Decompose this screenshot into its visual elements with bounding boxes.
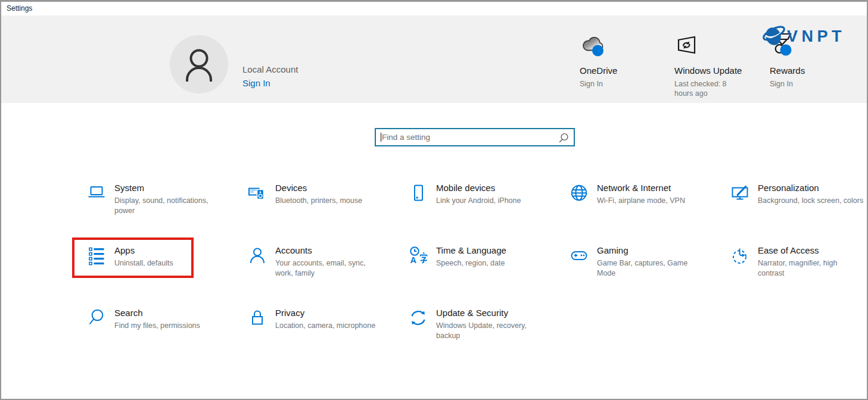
tile-title: Accounts (275, 245, 366, 256)
tile-system[interactable]: System Display, sound, notifications, po… (86, 182, 247, 245)
search-icon (558, 132, 570, 144)
windows-update-tile[interactable]: Windows Update Last checked: 8 hours ago (674, 32, 758, 98)
vnpt-logo: VNPT (761, 19, 857, 50)
devices-keyboard-icon (247, 183, 267, 203)
tile-subtitle: Display, sound, notifications, power (114, 196, 209, 215)
tile-time-language[interactable]: A Time & Language Speech, region, date (408, 245, 569, 307)
tile-subtitle: Speech, region, date (436, 258, 506, 268)
tile-title: Gaming (597, 245, 687, 256)
accounts-person-icon (247, 245, 267, 265)
personalization-monitor-icon (730, 183, 750, 203)
tile-subtitle: Background, lock screen, colors (758, 196, 863, 206)
tile-network-internet[interactable]: Network & Internet Wi-Fi, airplane mode,… (569, 182, 730, 245)
update-security-icon (408, 308, 428, 328)
tile-accounts[interactable]: Accounts Your accounts, email, sync, wor… (247, 245, 408, 307)
rewards-status: Sign In (770, 79, 853, 89)
tile-subtitle: Your accounts, email, sync, work, family (275, 258, 366, 278)
tile-mobile-devices[interactable]: Mobile devices Link your Android, iPhone (408, 182, 569, 245)
network-globe-icon (569, 183, 589, 203)
tile-privacy[interactable]: Privacy Location, camera, microphone (247, 307, 408, 370)
onedrive-label: OneDrive (580, 65, 663, 76)
vnpt-logo-text: VNPT (787, 27, 845, 45)
title-bar: Settings (1, 2, 867, 15)
system-laptop-icon (86, 183, 107, 203)
search-box[interactable] (375, 128, 575, 146)
tile-title: Mobile devices (436, 182, 521, 193)
tile-subtitle: Uninstall, defaults (114, 258, 173, 268)
tile-update-security[interactable]: Update & Security Windows Update, recove… (408, 307, 569, 370)
time-language-icon: A (408, 245, 428, 265)
tile-subtitle: Game Bar, captures, Game Mode (597, 258, 687, 278)
tile-title: Ease of Access (758, 245, 837, 256)
account-name: Local Account (242, 64, 298, 74)
tile-devices[interactable]: Devices Bluetooth, printers, mouse (247, 182, 408, 245)
tile-personalization[interactable]: Personalization Background, lock screen,… (730, 182, 868, 245)
tile-gaming[interactable]: Gaming Game Bar, captures, Game Mode (569, 245, 730, 307)
search-magnifier-icon (86, 308, 107, 328)
avatar[interactable] (170, 35, 228, 93)
account-sign-in-link[interactable]: Sign In (242, 78, 298, 88)
onedrive-status: Sign In (580, 79, 663, 89)
windows-update-label: Windows Update (674, 65, 758, 76)
tile-subtitle: Location, camera, microphone (275, 321, 375, 331)
tile-title: Time & Language (436, 245, 506, 256)
header-panel: Local Account Sign In OneDrive Sign In (1, 15, 867, 103)
mobile-phone-icon (408, 183, 428, 203)
text-cursor (381, 133, 381, 142)
tile-title: Devices (275, 182, 362, 193)
onedrive-tile[interactable]: OneDrive Sign In (580, 32, 663, 89)
tile-title: System (114, 182, 209, 193)
tile-subtitle: Link your Android, iPhone (436, 196, 521, 206)
onedrive-cloud-icon (580, 34, 608, 58)
gaming-controller-icon (569, 245, 589, 265)
tile-title: Privacy (275, 307, 375, 318)
tile-title: Apps (114, 245, 173, 256)
settings-category-grid: System Display, sound, notifications, po… (86, 182, 868, 370)
tile-apps[interactable]: Apps Uninstall, defaults (86, 245, 247, 307)
window-title: Settings (7, 4, 32, 12)
tile-ease-of-access[interactable]: Ease of Access Narrator, magnifier, high… (730, 245, 868, 307)
rewards-label: Rewards (770, 65, 853, 76)
tile-title: Search (114, 307, 200, 318)
tile-title: Network & Internet (597, 182, 685, 193)
search-input[interactable] (376, 129, 574, 145)
apps-list-icon (86, 245, 107, 265)
tile-title: Personalization (758, 182, 863, 193)
settings-window: Settings Local Account Sign In (0, 0, 868, 400)
user-avatar-icon (170, 36, 228, 93)
tile-title: Update & Security (436, 307, 527, 318)
tile-subtitle: Find my files, permissions (114, 321, 200, 331)
tile-subtitle: Bluetooth, printers, mouse (275, 196, 362, 206)
ease-of-access-icon (730, 245, 750, 265)
svg-text:A: A (410, 255, 417, 265)
account-block: Local Account Sign In (242, 64, 298, 88)
tile-subtitle: Wi-Fi, airplane mode, VPN (597, 196, 685, 206)
tile-subtitle: Windows Update, recovery, backup (436, 321, 527, 340)
tile-search[interactable]: Search Find my files, permissions (86, 307, 247, 370)
privacy-lock-icon (247, 308, 267, 328)
windows-update-icon (674, 34, 698, 58)
tile-subtitle: Narrator, magnifier, high contrast (758, 258, 837, 278)
vnpt-globe-icon: VNPT (761, 19, 857, 50)
windows-update-status: Last checked: 8 hours ago (674, 79, 758, 98)
